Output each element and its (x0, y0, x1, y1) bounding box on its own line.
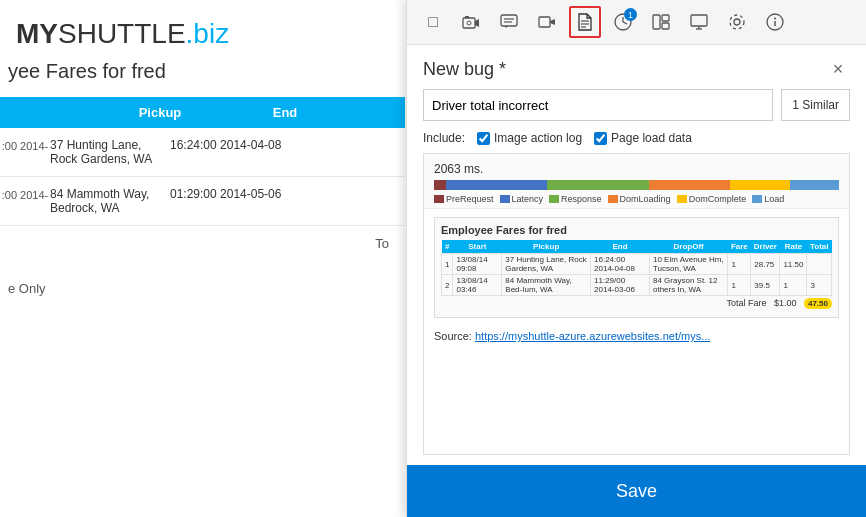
row2-pickup: 84 Mammoth Way, Bedrock, WA (50, 187, 170, 215)
row2-date: :00 2014- (0, 187, 50, 201)
source-link[interactable]: https://myshuttle-azure.azurewebsites.ne… (475, 330, 710, 342)
panel-header: New bug * × (407, 45, 866, 89)
clock-badge: 1 (624, 8, 637, 21)
svg-rect-2 (465, 16, 469, 18)
latency-segment (446, 180, 547, 190)
image-action-log-checkbox[interactable]: Image action log (477, 131, 582, 145)
save-button[interactable]: Save (407, 465, 866, 517)
comment-icon[interactable] (493, 6, 525, 38)
perf-bar-container: 2063 ms. PreRequest Latency Response Dom… (424, 154, 849, 209)
left-panel: MYSHUTTLE.biz yee Fares for fred Pickup … (0, 0, 405, 517)
col-pickup-header: Pickup (50, 105, 220, 120)
domcomplete-legend: DomComplete (677, 194, 747, 204)
svg-point-26 (774, 18, 776, 20)
clock-icon[interactable]: 1 (607, 6, 639, 38)
logo-shuttle: SHUTTLE (58, 18, 186, 49)
info-icon[interactable] (759, 6, 791, 38)
mini-col-end: End (591, 240, 650, 254)
row1-pickup: 37 Hunting Lane, Rock Gardens, WA (50, 138, 170, 166)
prerequest-segment (434, 180, 446, 190)
svg-rect-17 (662, 15, 669, 21)
svg-point-23 (730, 15, 744, 29)
bug-title-input[interactable] (423, 89, 773, 121)
screenshot-area: 2063 ms. PreRequest Latency Response Dom… (423, 153, 850, 455)
mini-table-row: 1 13/08/14 09:08 37 Hunting Lane, Rock G… (442, 254, 832, 275)
mini-table-row: 2 13/08/14 03:46 84 Mammoth Way, Bed-Ium… (442, 275, 832, 296)
page-title: yee Fares for fred (0, 60, 405, 97)
svg-line-15 (623, 22, 627, 24)
mini-col-num: # (442, 240, 453, 254)
latency-legend: Latency (500, 194, 544, 204)
save-bar: Save (407, 465, 866, 517)
employee-only-label: e Only (0, 261, 405, 316)
load-segment (790, 180, 839, 190)
app-logo: MYSHUTTLE.biz (0, 0, 405, 60)
mini-total: Total Fare $1.00 47.50 (441, 296, 832, 311)
row2-end: 01:29:00 2014-05-06 (170, 187, 300, 201)
svg-rect-18 (662, 23, 669, 29)
mini-col-fare: Fare (728, 240, 751, 254)
response-legend: Response (549, 194, 602, 204)
right-panel: □ (406, 0, 866, 517)
domcomplete-segment (730, 180, 791, 190)
table-header: Pickup End (0, 97, 405, 128)
include-row: Include: Image action log Page load data (407, 131, 866, 153)
response-segment (547, 180, 648, 190)
col-num-header (0, 105, 50, 120)
row1-date: :00 2014- (0, 138, 50, 152)
col-end-header: End (220, 105, 350, 120)
mini-col-dropoff: DropOff (649, 240, 727, 254)
mini-col-driver: Driver (751, 240, 780, 254)
domloading-segment (649, 180, 730, 190)
mini-col-start: Start (453, 240, 502, 254)
logo-my: MY (16, 18, 58, 49)
svg-rect-8 (539, 17, 550, 27)
page-load-data-checkbox[interactable]: Page load data (594, 131, 692, 145)
similar-button[interactable]: 1 Similar (781, 89, 850, 121)
table-row: :00 2014- 37 Hunting Lane, Rock Gardens,… (0, 128, 405, 177)
panel-title: New bug * (423, 59, 506, 80)
video-icon[interactable] (531, 6, 563, 38)
mini-screenshot: Employee Fares for fred # Start Pickup E… (434, 217, 839, 318)
mini-col-rate: Rate (780, 240, 807, 254)
mini-highlight: 47.50 (804, 298, 832, 309)
monitor-icon[interactable] (683, 6, 715, 38)
svg-marker-5 (504, 26, 507, 28)
svg-rect-19 (691, 15, 707, 26)
close-button[interactable]: × (826, 57, 850, 81)
mini-screenshot-title: Employee Fares for fred (441, 224, 832, 236)
load-legend: Load (752, 194, 784, 204)
col-extra-header (350, 105, 405, 120)
include-label: Include: (423, 131, 465, 145)
input-row: 1 Similar (407, 89, 866, 131)
perf-legend: PreRequest Latency Response DomLoading D… (434, 194, 839, 204)
square-icon[interactable]: □ (417, 6, 449, 38)
camera-icon[interactable] (455, 6, 487, 38)
source-row: Source: https://myshuttle-azure.azureweb… (424, 326, 849, 348)
svg-rect-0 (463, 18, 475, 28)
svg-rect-16 (653, 15, 660, 29)
svg-rect-4 (501, 15, 517, 26)
domloading-legend: DomLoading (608, 194, 671, 204)
toolbar: □ (407, 0, 866, 45)
svg-marker-9 (550, 19, 555, 25)
perf-bar (434, 180, 839, 190)
prerequest-legend: PreRequest (434, 194, 494, 204)
settings-icon[interactable] (721, 6, 753, 38)
logo-biz: .biz (186, 18, 230, 49)
svg-point-22 (734, 19, 740, 25)
layout-icon[interactable] (645, 6, 677, 38)
row1-end: 16:24:00 2014-04-08 (170, 138, 300, 152)
svg-point-3 (467, 21, 471, 25)
mini-col-total: Total (807, 240, 832, 254)
total-row: To (0, 226, 405, 261)
table-row: :00 2014- 84 Mammoth Way, Bedrock, WA 01… (0, 177, 405, 226)
mini-col-pickup: Pickup (502, 240, 591, 254)
document-icon[interactable] (569, 6, 601, 38)
mini-table: # Start Pickup End DropOff Fare Driver R… (441, 240, 832, 296)
perf-time: 2063 ms. (434, 162, 839, 176)
